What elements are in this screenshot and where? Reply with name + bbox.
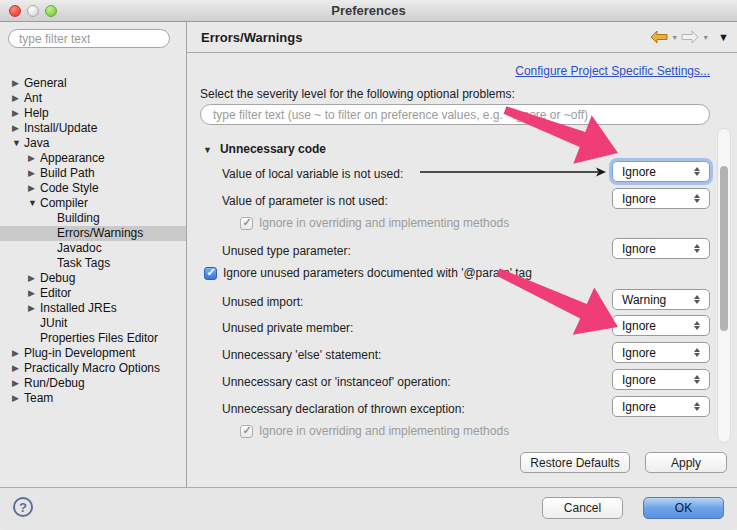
selected-option: Ignore <box>613 319 689 333</box>
sidebar-item-properties-files-editor[interactable]: Properties Files Editor <box>0 331 186 346</box>
selected-option: Ignore <box>613 192 689 206</box>
sidebar-item-plug-in-development[interactable]: Plug-in Development <box>0 346 186 361</box>
sidebar-item-ant[interactable]: Ant <box>0 91 186 106</box>
selected-option: Ignore <box>613 346 689 360</box>
sidebar-item-task-tags[interactable]: Task Tags <box>0 256 186 271</box>
checkbox-row-ignore-overriding-1: Ignore in overriding and implementing me… <box>240 216 509 230</box>
setting-label-local-variable: Value of local variable is not used: <box>222 167 403 181</box>
view-menu-icon[interactable]: ▼ <box>718 31 729 43</box>
errors-warnings-panel: Configure Project Specific Settings... S… <box>187 54 737 487</box>
apply-button[interactable]: Apply <box>645 452 727 473</box>
sidebar-item-java[interactable]: Java <box>0 136 186 151</box>
severity-select-unnecessary-else[interactable]: Ignore <box>612 342 710 363</box>
sidebar-item-debug[interactable]: Debug <box>0 271 186 286</box>
sidebar-item-appearance[interactable]: Appearance <box>0 151 186 166</box>
disclosure-triangle-icon[interactable] <box>12 391 24 406</box>
back-history-dropdown-icon[interactable]: ▼ <box>671 34 678 41</box>
help-button[interactable]: ? <box>13 497 33 517</box>
disclosure-triangle-icon[interactable] <box>12 361 24 376</box>
checkbox-ignore-param-tag[interactable] <box>204 267 217 280</box>
disclosure-triangle-icon[interactable] <box>28 196 40 211</box>
stepper-arrows-icon <box>689 194 705 203</box>
setting-label-unused-import: Unused import: <box>222 295 303 309</box>
preferences-sidebar: General Ant Help Install/Update Java App… <box>0 22 186 487</box>
severity-select-unused-private-member[interactable]: Ignore <box>612 315 710 336</box>
sidebar-item-editor[interactable]: Editor <box>0 286 186 301</box>
sidebar-item-practically-macro-options[interactable]: Practically Macro Options <box>0 361 186 376</box>
checkbox-row-ignore-overriding-2: Ignore in overriding and implementing me… <box>240 424 509 438</box>
severity-select-thrown-exception[interactable]: Ignore <box>612 396 710 417</box>
severity-select-parameter[interactable]: Ignore <box>612 188 710 209</box>
disclosure-triangle-icon[interactable] <box>12 91 24 106</box>
sidebar-item-junit[interactable]: JUnit <box>0 316 186 331</box>
disclosure-triangle-icon[interactable] <box>12 136 24 151</box>
disclosure-triangle-icon[interactable] <box>12 121 24 136</box>
preferences-dialog: Preferences General Ant Help Install/Upd… <box>0 0 737 530</box>
disclosure-triangle-icon[interactable] <box>12 346 24 361</box>
section-unnecessary-code[interactable]: ▼Unnecessary code <box>203 142 326 156</box>
stepper-arrows-icon <box>689 295 705 304</box>
severity-instruction-label: Select the severity level for the follow… <box>200 87 515 101</box>
stepper-arrows-icon <box>689 402 705 411</box>
sidebar-item-help[interactable]: Help <box>0 106 186 121</box>
checkbox-row-ignore-param-tag: Ignore unused parameters documented with… <box>204 266 532 280</box>
disclosure-triangle-icon[interactable] <box>28 286 40 301</box>
disclosure-triangle-icon[interactable] <box>28 166 40 181</box>
stepper-arrows-icon <box>689 375 705 384</box>
sidebar-item-run-debug[interactable]: Run/Debug <box>0 376 186 391</box>
setting-label-unnecessary-cast: Unnecessary cast or 'instanceof' operati… <box>222 375 451 389</box>
setting-label-unused-private-member: Unused private member: <box>222 321 353 335</box>
configure-project-specific-settings-link[interactable]: Configure Project Specific Settings... <box>515 64 710 78</box>
sidebar-item-building[interactable]: Building <box>0 211 186 226</box>
section-collapse-icon[interactable]: ▼ <box>203 145 212 155</box>
disclosure-triangle-icon[interactable] <box>28 151 40 166</box>
page-header: Errors/Warnings ▼ ▼ ▼ <box>187 22 737 53</box>
sidebar-item-installed-jres[interactable]: Installed JREs <box>0 301 186 316</box>
disclosure-triangle-icon[interactable] <box>12 376 24 391</box>
stepper-arrows-icon <box>689 244 705 253</box>
setting-label-unnecessary-else: Unnecessary 'else' statement: <box>222 348 381 362</box>
content-scrollbar[interactable] <box>717 128 731 443</box>
dialog-footer: ? Cancel OK <box>0 488 737 530</box>
page-title: Errors/Warnings <box>201 30 302 45</box>
checkbox-ignore-overriding-2[interactable] <box>240 425 253 438</box>
forward-arrow-icon[interactable] <box>681 30 699 44</box>
disclosure-triangle-icon[interactable] <box>28 271 40 286</box>
severity-select-local-variable[interactable]: Ignore <box>612 161 710 182</box>
sidebar-item-general[interactable]: General <box>0 76 186 91</box>
severity-select-unused-import[interactable]: Warning <box>612 289 710 310</box>
problems-filter-input[interactable] <box>200 104 710 125</box>
disclosure-triangle-icon[interactable] <box>12 76 24 91</box>
sidebar-item-compiler[interactable]: Compiler <box>0 196 186 211</box>
severity-select-unused-type-parameter[interactable]: Ignore <box>612 238 710 259</box>
sidebar-filter-input[interactable] <box>8 29 170 48</box>
selected-option: Ignore <box>613 373 689 387</box>
sidebar-item-code-style[interactable]: Code Style <box>0 181 186 196</box>
sidebar-item-install-update[interactable]: Install/Update <box>0 121 186 136</box>
back-arrow-icon[interactable] <box>650 30 668 44</box>
title-bar: Preferences <box>0 0 737 22</box>
ok-button[interactable]: OK <box>643 497 724 519</box>
stepper-arrows-icon <box>689 321 705 330</box>
window-title: Preferences <box>0 3 737 18</box>
stepper-arrows-icon <box>689 348 705 357</box>
cancel-button[interactable]: Cancel <box>542 497 623 519</box>
sidebar-item-errors-warnings[interactable]: Errors/Warnings <box>0 226 186 241</box>
scrollbar-thumb[interactable] <box>720 166 728 331</box>
selected-option: Ignore <box>613 242 689 256</box>
setting-label-parameter: Value of parameter is not used: <box>222 194 388 208</box>
setting-label-unused-type-parameter: Unused type parameter: <box>222 244 351 258</box>
selected-option: Warning <box>613 293 689 307</box>
stepper-arrows-icon <box>689 167 705 176</box>
disclosure-triangle-icon[interactable] <box>28 181 40 196</box>
disclosure-triangle-icon[interactable] <box>28 301 40 316</box>
forward-history-dropdown-icon[interactable]: ▼ <box>702 34 709 41</box>
checkbox-ignore-overriding-1[interactable] <box>240 217 253 230</box>
sidebar-item-team[interactable]: Team <box>0 391 186 406</box>
sidebar-item-javadoc[interactable]: Javadoc <box>0 241 186 256</box>
disclosure-triangle-icon[interactable] <box>12 106 24 121</box>
sidebar-item-build-path[interactable]: Build Path <box>0 166 186 181</box>
selected-option: Ignore <box>613 165 689 179</box>
restore-defaults-button[interactable]: Restore Defaults <box>520 452 630 473</box>
severity-select-unnecessary-cast[interactable]: Ignore <box>612 369 710 390</box>
